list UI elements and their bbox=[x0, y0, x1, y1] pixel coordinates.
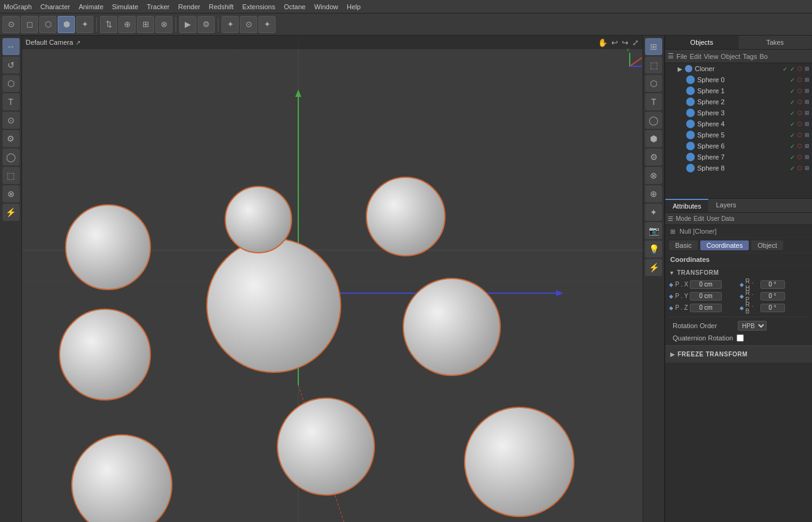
tool-squish[interactable]: ⇅ bbox=[100, 16, 117, 33]
ri-icon-box[interactable]: ⬚ bbox=[645, 56, 662, 74]
tool-grid[interactable]: ⊕ bbox=[118, 16, 136, 33]
tree-row-sphere0[interactable]: Sphere 0 ✓ ⬡ ⊞ bbox=[665, 74, 812, 85]
freeze-transform-row[interactable]: ▶ FREEZE TRANSFORM bbox=[665, 345, 812, 363]
ri-icon-render[interactable]: ⊗ bbox=[645, 167, 662, 184]
sphere1-tag: ⬡ bbox=[797, 88, 802, 94]
attrs-toolbar-mode[interactable]: Mode bbox=[676, 215, 691, 222]
tab-objects[interactable]: Objects bbox=[665, 36, 739, 49]
tool-redshift1[interactable]: ✦ bbox=[222, 16, 239, 33]
px-input[interactable] bbox=[690, 280, 722, 289]
sphere5-check: ✓ bbox=[790, 132, 795, 139]
ri-icon-scene[interactable]: ⚙ bbox=[645, 148, 662, 166]
transform-header[interactable]: ▼ TRANSFORM bbox=[669, 267, 808, 278]
quaternion-checkbox[interactable] bbox=[737, 334, 744, 342]
ri-icon-cube[interactable]: ⬡ bbox=[645, 75, 662, 92]
tree-row-sphere1[interactable]: Sphere 1 ✓ ⬡ ⊞ bbox=[665, 85, 812, 96]
menu-help[interactable]: Help bbox=[347, 3, 361, 10]
tool-snap-vertex[interactable]: ⊗ bbox=[155, 16, 172, 33]
sphere0-tag: ⬡ bbox=[797, 77, 802, 83]
ri-icon-deform[interactable]: ⬢ bbox=[645, 130, 662, 147]
obj-tool-file[interactable]: File bbox=[676, 53, 687, 60]
tool-snap-grid[interactable]: ⊞ bbox=[137, 16, 154, 33]
tree-row-sphere2[interactable]: Sphere 2 ✓ ⬡ ⊞ bbox=[665, 96, 812, 107]
ri-icon-anim[interactable]: ⊕ bbox=[645, 185, 662, 202]
tool-spline[interactable]: ✦ bbox=[76, 16, 93, 33]
menu-tracker[interactable]: Tracker bbox=[147, 3, 169, 10]
left-icon-box[interactable]: ⬚ bbox=[2, 167, 20, 184]
tree-row-cloner[interactable]: ▶ Cloner ✓ ✓ ⬡ ⊞ bbox=[665, 63, 812, 74]
tool-render-active[interactable]: ▶ bbox=[179, 16, 196, 33]
obj-tool-object[interactable]: Object bbox=[721, 53, 740, 60]
left-icon-circle-select[interactable]: ⊙ bbox=[2, 112, 20, 129]
tree-row-sphere5[interactable]: Sphere 5 ✓ ⬡ ⊞ bbox=[665, 129, 812, 140]
pz-input[interactable] bbox=[690, 304, 722, 312]
tree-row-sphere8[interactable]: Sphere 8 ✓ ⬡ ⊞ bbox=[665, 163, 812, 174]
vp-redo-icon[interactable]: ↪ bbox=[622, 38, 628, 47]
tool-render-settings[interactable]: ⚙ bbox=[198, 16, 215, 33]
ri-icon-redshift[interactable]: ⚡ bbox=[645, 259, 662, 276]
rp-input[interactable] bbox=[760, 292, 785, 301]
vp-undo-icon[interactable]: ↩ bbox=[611, 38, 618, 47]
menu-extensions[interactable]: Extensions bbox=[242, 3, 276, 10]
tool-redshift2[interactable]: ⊙ bbox=[240, 16, 257, 33]
tool-move[interactable]: ◻ bbox=[21, 16, 38, 33]
viewport[interactable]: X Z Y Default Camera ↗ ✋ ↩ ↪ ⤢ ft bbox=[22, 36, 643, 522]
tab-attributes[interactable]: Attributes bbox=[665, 199, 708, 212]
tool-select-circle[interactable]: ⊙ bbox=[2, 16, 20, 33]
ri-icon-cursor[interactable]: ⊞ bbox=[645, 38, 662, 55]
ri-icon-text[interactable]: T bbox=[645, 93, 662, 110]
tree-row-sphere6[interactable]: Sphere 6 ✓ ⬡ ⊞ bbox=[665, 140, 812, 152]
menu-render[interactable]: Render bbox=[178, 3, 200, 10]
left-icon-move[interactable]: ↔ bbox=[2, 38, 20, 55]
obj-tool-tags[interactable]: Tags bbox=[743, 53, 757, 60]
sphere4-icon bbox=[686, 120, 695, 128]
tree-row-sphere3[interactable]: Sphere 3 ✓ ⬡ ⊞ bbox=[665, 107, 812, 118]
menu-redshift[interactable]: Redshift bbox=[209, 3, 233, 10]
left-icon-settings[interactable]: ⚙ bbox=[2, 130, 20, 147]
menu-octane[interactable]: Octane bbox=[284, 3, 305, 10]
obj-tool-menu[interactable]: ☰ bbox=[668, 52, 674, 60]
vp-pan-icon[interactable]: ✋ bbox=[598, 38, 608, 47]
attrs-toolbar-userdata[interactable]: User Data bbox=[706, 215, 734, 222]
left-icon-scale[interactable]: ⬡ bbox=[2, 75, 20, 92]
menu-simulate[interactable]: Simulate bbox=[112, 3, 139, 10]
menu-mograph[interactable]: MoGraph bbox=[4, 3, 32, 10]
menu-animate[interactable]: Animate bbox=[79, 3, 103, 10]
attrs-toolbar-menu[interactable]: ☰ bbox=[668, 215, 673, 222]
right-icon-bar: ⊞ ⬚ ⬡ T ◯ ⬢ ⚙ ⊗ ⊕ ✦ 📷 💡 ⚡ bbox=[643, 36, 665, 522]
rh-input[interactable] bbox=[760, 280, 785, 289]
obj-tool-edit[interactable]: Edit bbox=[690, 53, 702, 60]
ri-icon-light[interactable]: 💡 bbox=[645, 240, 662, 258]
transform-fields-grid: ◆ P . X ◆ R . H ◆ P . Y bbox=[669, 278, 808, 314]
sub-tab-object[interactable]: Object bbox=[751, 240, 783, 250]
attrs-toolbar-edit[interactable]: Edit bbox=[694, 215, 704, 222]
ri-icon-mograph[interactable]: ✦ bbox=[645, 204, 662, 221]
tab-takes[interactable]: Takes bbox=[739, 36, 813, 49]
attrs-sep bbox=[669, 317, 808, 317]
menu-character[interactable]: Character bbox=[41, 3, 70, 10]
tab-layers[interactable]: Layers bbox=[708, 199, 743, 212]
sub-tab-coordinates[interactable]: Coordinates bbox=[700, 240, 749, 250]
left-icon-null[interactable]: ⊗ bbox=[2, 185, 20, 202]
tree-row-sphere4[interactable]: Sphere 4 ✓ ⬡ ⊞ bbox=[665, 118, 812, 129]
ri-icon-camera[interactable]: 📷 bbox=[645, 222, 662, 239]
main-area: ↔ ↺ ⬡ T ⊙ ⚙ ◯ ⬚ ⊗ ⚡ bbox=[0, 36, 812, 522]
tool-scale[interactable]: ⬡ bbox=[39, 16, 56, 33]
vp-expand-icon[interactable]: ⤢ bbox=[632, 38, 639, 47]
rotation-order-select[interactable]: HPB XYZ ZYX bbox=[738, 321, 767, 331]
left-icon-spline[interactable]: ◯ bbox=[2, 148, 20, 166]
left-icon-lightning[interactable]: ⚡ bbox=[2, 204, 20, 221]
tool-transform[interactable]: ⬢ bbox=[58, 16, 75, 33]
obj-tool-view[interactable]: View bbox=[704, 53, 719, 60]
sub-tab-basic[interactable]: Basic bbox=[669, 240, 698, 250]
tree-row-sphere7[interactable]: Sphere 7 ✓ ⬡ ⊞ bbox=[665, 152, 812, 163]
tool-redshift3[interactable]: ✦ bbox=[258, 16, 276, 33]
left-icon-rotate[interactable]: ↺ bbox=[2, 56, 20, 74]
menu-window[interactable]: Window bbox=[314, 3, 338, 10]
left-icon-text[interactable]: T bbox=[2, 93, 20, 110]
rb-input[interactable] bbox=[760, 304, 785, 312]
py-input[interactable] bbox=[690, 292, 722, 301]
obj-tool-bo[interactable]: Bo bbox=[759, 53, 767, 60]
ri-icon-spline[interactable]: ◯ bbox=[645, 112, 662, 129]
rp-field-row: ◆ R . P bbox=[740, 291, 809, 301]
